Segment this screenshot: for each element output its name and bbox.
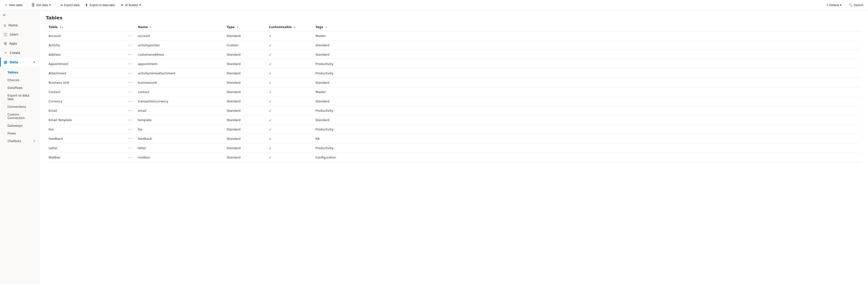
row-more-icon-11[interactable]: ··· [128, 137, 132, 141]
cell-name-0: account [135, 31, 224, 41]
row-more-icon-4[interactable]: ··· [128, 71, 132, 76]
check-icon-0: ✓ [269, 34, 272, 38]
sidebar-item-connections[interactable]: Connections [0, 103, 39, 111]
cell-type-10: Standard [224, 125, 266, 134]
cell-dots-7[interactable]: ··· [125, 97, 135, 106]
cell-customizable-0: ✓ [266, 31, 313, 41]
cell-dots-10[interactable]: ··· [125, 125, 135, 134]
cell-dots-4[interactable]: ··· [125, 69, 135, 78]
cell-type-9: Standard [224, 115, 266, 125]
sidebar-item-export-lake[interactable]: Export to data lake [0, 92, 39, 103]
cell-dots-3[interactable]: ··· [125, 59, 135, 69]
row-more-icon-0[interactable]: ··· [128, 34, 132, 38]
table-row: Attachment ··· activitymimeattachment St… [46, 69, 862, 78]
table-area: Table ↑↓ Name ↓ Type ↓ Cu [39, 23, 868, 284]
sidebar-item-chatbots[interactable]: Chatbots ∨ [0, 137, 39, 145]
ai-builder-button[interactable]: ✦ AI Builder ▾ [118, 2, 144, 8]
ai-builder-dropdown-icon: ▾ [140, 3, 141, 7]
cell-dots-0[interactable]: ··· [125, 31, 135, 41]
row-more-icon-1[interactable]: ··· [128, 43, 132, 48]
cell-dots-2[interactable]: ··· [125, 50, 135, 59]
cell-dots-5[interactable]: ··· [125, 78, 135, 87]
table-row: Activity ··· activitypointer Custom ✓ St… [46, 41, 862, 50]
row-more-icon-2[interactable]: ··· [128, 52, 132, 57]
sidebar-item-tables[interactable]: Tables [0, 68, 39, 76]
col-header-dots [125, 23, 135, 31]
row-more-icon-6[interactable]: ··· [128, 90, 132, 94]
cell-table-3: Appointment [46, 59, 125, 69]
cell-table-9: Email Template [46, 115, 125, 125]
check-icon-8: ✓ [269, 109, 272, 113]
chatbots-expand-icon: ∨ [33, 140, 35, 143]
content-area: Tables Table ↑↓ Name ↓ [39, 10, 868, 284]
table-row: Account ··· account Standard ✓ Master [46, 31, 862, 41]
cell-customizable-4: ✓ [266, 69, 313, 78]
check-icon-1: ✓ [269, 44, 272, 47]
table-body: Account ··· account Standard ✓ Master Ac… [46, 31, 862, 162]
cell-dots-13[interactable]: ··· [125, 153, 135, 162]
hamburger-icon[interactable]: ≡ [0, 10, 39, 20]
sidebar-item-custom-connectors[interactable]: Custom Connectors [0, 111, 39, 122]
export-data-button[interactable]: ⇥ Export data [57, 2, 82, 8]
cell-customizable-7: ✓ [266, 97, 313, 106]
row-more-icon-10[interactable]: ··· [128, 127, 132, 132]
cell-tags-5: Standard [313, 78, 862, 87]
sidebar-item-gateways[interactable]: Gateways [0, 122, 39, 130]
page-header: Tables [39, 10, 868, 23]
cell-customizable-3: ✓ [266, 59, 313, 69]
col-header-type[interactable]: Type ↓ [224, 23, 266, 31]
cell-tags-10: Productivity [313, 125, 862, 134]
row-more-icon-8[interactable]: ··· [128, 109, 132, 113]
table-row: Appointment ··· appointment Standard ✓ P… [46, 59, 862, 69]
cell-dots-12[interactable]: ··· [125, 144, 135, 153]
sidebar-item-choices[interactable]: Choices [0, 76, 39, 84]
check-icon-4: ✓ [269, 72, 272, 75]
cell-dots-11[interactable]: ··· [125, 134, 135, 144]
cell-type-0: Standard [224, 31, 266, 41]
sidebar-item-apps[interactable]: ⊞ Apps [0, 39, 39, 48]
cell-name-4: activitymimeattachment [135, 69, 224, 78]
row-more-icon-5[interactable]: ··· [128, 80, 132, 85]
sidebar-sub-nav: Tables Choices Dataflows Export to data … [0, 67, 39, 146]
toolbar: ＋ New table 🗄 Get data ▾ ⇥ Export data ⬆… [0, 0, 868, 10]
col-header-name[interactable]: Name ↓ [135, 23, 224, 31]
row-more-icon-12[interactable]: ··· [128, 146, 132, 150]
cell-name-10: fax [135, 125, 224, 134]
sidebar-item-dataflows[interactable]: Dataflows [0, 84, 39, 92]
home-icon: ⌂ [4, 23, 6, 27]
cell-dots-9[interactable]: ··· [125, 115, 135, 125]
col-header-tags[interactable]: Tags ↓ [313, 23, 862, 31]
get-data-button[interactable]: 🗄 Get data ▾ [29, 2, 53, 8]
col-header-customizable[interactable]: Customizable ↓ [266, 23, 313, 31]
row-more-icon-13[interactable]: ··· [128, 155, 132, 160]
customizable-sort-icon: ↓ [294, 26, 296, 29]
check-icon-13: ✓ [269, 156, 272, 160]
export-data-lake-button[interactable]: ⬆ Export to data lake [83, 2, 117, 8]
sidebar-item-create[interactable]: ＋ Create [0, 48, 39, 57]
default-button[interactable]: ≡ Default ▾ [824, 2, 844, 8]
check-icon-10: ✓ [269, 127, 272, 131]
row-more-icon-7[interactable]: ··· [128, 99, 132, 104]
sidebar-item-learn[interactable]: ◫ Learn [0, 30, 39, 39]
sidebar-item-flows[interactable]: Flows [0, 130, 39, 137]
cell-name-6: contact [135, 87, 224, 97]
cell-type-7: Standard [224, 97, 266, 106]
col-header-table[interactable]: Table ↑↓ [46, 23, 125, 31]
lake-icon: ⬆ [85, 3, 88, 7]
sidebar: ≡ ⌂ Home ◫ Learn ⊞ Apps ＋ Create ▦ Data [0, 10, 39, 284]
cell-table-8: Email [46, 106, 125, 115]
search-icon: 🔍 [848, 3, 852, 7]
sidebar-item-home[interactable]: ⌂ Home [0, 21, 39, 30]
cell-dots-6[interactable]: ··· [125, 87, 135, 97]
sidebar-item-data[interactable]: ▦ Data ∧ [0, 57, 39, 67]
row-more-icon-3[interactable]: ··· [128, 62, 132, 66]
cell-table-1: Activity [46, 41, 125, 50]
new-table-button[interactable]: ＋ New table [2, 2, 25, 8]
cell-type-3: Standard [224, 59, 266, 69]
cell-dots-8[interactable]: ··· [125, 106, 135, 115]
row-more-icon-9[interactable]: ··· [128, 118, 132, 122]
data-icon: ▦ [4, 60, 7, 64]
cell-dots-1[interactable]: ··· [125, 41, 135, 50]
database-icon: 🗄 [31, 3, 35, 7]
search-button[interactable]: 🔍 Search [846, 2, 866, 8]
